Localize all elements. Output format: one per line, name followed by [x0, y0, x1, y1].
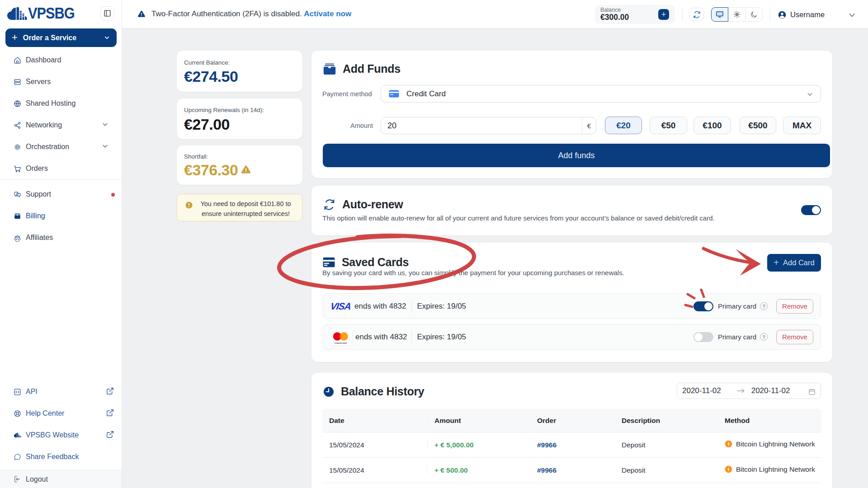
svg-text:mastercard: mastercard [335, 342, 347, 344]
